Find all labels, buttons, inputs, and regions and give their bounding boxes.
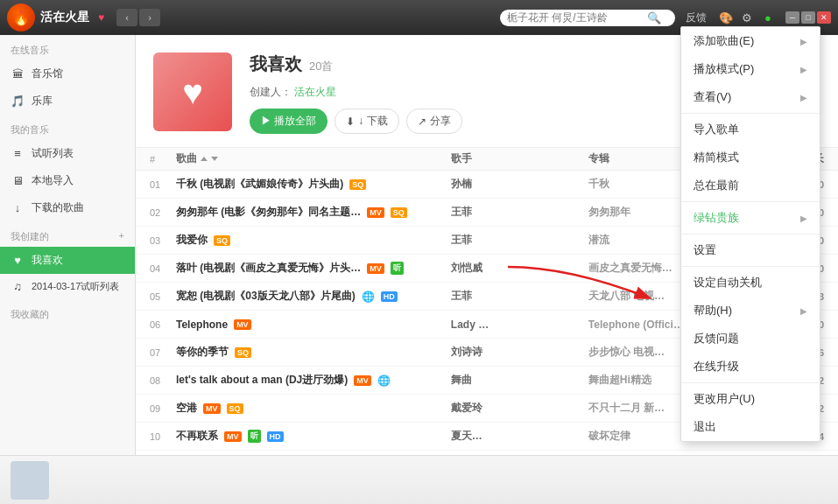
sidebar-item-download[interactable]: ↓ 下载的歌曲 xyxy=(0,194,135,221)
context-menu-item[interactable]: 设置 xyxy=(681,236,820,264)
menu-item-label: 添加歌曲(E) xyxy=(694,33,754,49)
sidebar-item-label: 2014-03-17试听列表 xyxy=(32,280,119,293)
context-menu-item[interactable]: 反馈问题 xyxy=(681,325,820,353)
library-icon: 🎵 xyxy=(11,94,25,108)
globe-icon: 🌐 xyxy=(377,374,391,387)
menu-divider xyxy=(681,266,820,267)
col-name-header[interactable]: 歌曲 xyxy=(176,151,451,166)
search-icon[interactable]: 🔍 xyxy=(647,11,661,24)
download-icon: ↓ xyxy=(11,201,25,214)
more-icon[interactable]: ● xyxy=(759,9,777,26)
play-all-button[interactable]: ▶ 播放全部 xyxy=(250,108,327,134)
context-menu: 添加歌曲(E)▶播放模式(P)▶查看(V)▶导入歌单精简模式总在最前绿钻贵族▶设… xyxy=(680,26,820,442)
search-input[interactable] xyxy=(507,11,647,24)
song-num: 04 xyxy=(150,263,176,274)
context-menu-item[interactable]: 总在最前 xyxy=(681,172,820,200)
song-artist: 刘恺威 xyxy=(451,261,588,276)
music-hall-icon: 🏛 xyxy=(11,67,25,80)
sidebar-item-trial-date[interactable]: ♫ 2014-03-17试听列表 xyxy=(0,274,135,299)
maximize-button[interactable]: □ xyxy=(801,11,815,24)
back-button[interactable]: ‹ xyxy=(116,9,137,26)
song-artist: Lady … xyxy=(451,318,588,331)
sidebar-item-label: 音乐馆 xyxy=(32,66,63,81)
sidebar-item-my-likes[interactable]: ♥ 我喜欢 xyxy=(0,247,135,274)
share-icon: ↗ xyxy=(418,116,426,128)
sq-badge: SQ xyxy=(235,347,251,358)
menu-item-label: 更改用户(U) xyxy=(694,391,755,407)
song-num: 06 xyxy=(150,319,176,330)
creator-link[interactable]: 活在火星 xyxy=(294,86,336,98)
submenu-arrow-icon: ▶ xyxy=(800,65,807,74)
menu-item-label: 总在最前 xyxy=(694,178,739,193)
heart-filled-icon: ♥ xyxy=(11,254,25,267)
song-num: 09 xyxy=(150,403,176,414)
song-num: 10 xyxy=(150,431,176,442)
song-artist: 王菲 xyxy=(451,289,588,304)
col-num-header: # xyxy=(150,154,176,164)
song-num: 03 xyxy=(150,235,176,246)
context-menu-item[interactable]: 查看(V)▶ xyxy=(681,83,820,111)
bottom-bar xyxy=(0,455,838,504)
song-artist: 夏天… xyxy=(451,429,588,444)
share-button[interactable]: ↗ 分享 xyxy=(406,108,462,134)
heart-icon: ♥ xyxy=(98,11,104,24)
skin-icon[interactable]: 🎨 xyxy=(717,9,735,26)
sidebar-item-label: 我喜欢 xyxy=(32,253,63,268)
context-menu-item[interactable]: 精简模式 xyxy=(681,144,820,172)
song-num: 08 xyxy=(150,375,176,386)
sq-badge: SQ xyxy=(391,207,407,218)
song-name: 千秋 (电视剧《武媚娘传奇》片头曲)SQ xyxy=(176,177,451,192)
context-menu-item[interactable]: 更改用户(U) xyxy=(681,385,820,413)
song-name: 等你的季节SQ xyxy=(176,345,451,360)
close-button[interactable]: ✕ xyxy=(817,11,831,24)
col-artist-header[interactable]: 歌手 xyxy=(451,151,588,166)
my-collected-section: 我收藏的 xyxy=(0,299,135,325)
sidebar-item-music-hall[interactable]: 🏛 音乐馆 xyxy=(0,60,135,88)
sidebar: 在线音乐 🏛 音乐馆 🎵 乐库 我的音乐 ≡ 试听列表 🖥 本地导入 ↓ 下载的… xyxy=(0,35,136,455)
mv-badge: MV xyxy=(367,263,384,274)
mv-badge: MV xyxy=(234,319,251,330)
song-artist: 王菲 xyxy=(451,205,588,220)
forward-button[interactable]: › xyxy=(139,9,160,26)
ting-badge: 听 xyxy=(248,430,261,443)
song-num: 02 xyxy=(150,207,176,218)
context-menu-item[interactable]: 在线升级 xyxy=(681,353,820,381)
add-playlist-button[interactable]: + xyxy=(119,230,124,241)
sq-badge: SQ xyxy=(349,179,366,190)
local-icon: 🖥 xyxy=(11,174,25,187)
nav-buttons: ‹ › xyxy=(116,9,160,26)
song-name: 落叶 (电视剧《画皮之真爱无悔》片头…MV听 xyxy=(176,261,451,276)
menu-item-label: 查看(V) xyxy=(694,89,731,105)
menu-divider xyxy=(681,382,820,383)
song-num: 01 xyxy=(150,179,176,190)
playlist-cover: ♥ xyxy=(153,52,232,131)
menu-divider xyxy=(681,234,820,234)
submenu-arrow-icon: ▶ xyxy=(800,37,807,46)
hd-badge: HD xyxy=(381,291,398,302)
sidebar-item-library[interactable]: 🎵 乐库 xyxy=(0,88,135,115)
context-menu-item[interactable]: 绿钻贵族▶ xyxy=(681,204,820,232)
context-menu-item[interactable]: 播放模式(P)▶ xyxy=(681,55,820,83)
sidebar-item-trial[interactable]: ≡ 试听列表 xyxy=(0,140,135,167)
note-icon: ♫ xyxy=(11,280,25,293)
sq-badge: SQ xyxy=(214,235,230,246)
settings-icon[interactable]: ⚙ xyxy=(738,9,756,26)
submenu-arrow-icon: ▶ xyxy=(800,93,807,102)
feedback-button[interactable]: 反馈 xyxy=(680,9,712,27)
topbar-icons: 🎨 ⚙ ● xyxy=(717,9,777,26)
context-menu-item[interactable]: 帮助(H)▶ xyxy=(681,297,820,325)
sort-up-icon xyxy=(201,157,208,161)
context-menu-item[interactable]: 导入歌单 xyxy=(681,116,820,144)
context-menu-item[interactable]: 设定自动关机 xyxy=(681,269,820,297)
sidebar-item-label: 乐库 xyxy=(32,94,53,108)
menu-item-label: 设置 xyxy=(694,242,716,258)
minimize-button[interactable]: ─ xyxy=(785,11,799,24)
sidebar-item-local[interactable]: 🖥 本地导入 xyxy=(0,167,135,194)
context-menu-item[interactable]: 添加歌曲(E)▶ xyxy=(681,27,820,55)
online-music-section: 在线音乐 xyxy=(0,35,135,60)
context-menu-item[interactable]: 退出 xyxy=(681,413,820,441)
app-logo: 🔥 xyxy=(7,4,35,32)
window-buttons: ─ □ ✕ xyxy=(785,11,831,24)
download-button[interactable]: ⬇ ↓ 下载 xyxy=(334,108,398,134)
song-name: TelephoneMV xyxy=(176,318,451,331)
